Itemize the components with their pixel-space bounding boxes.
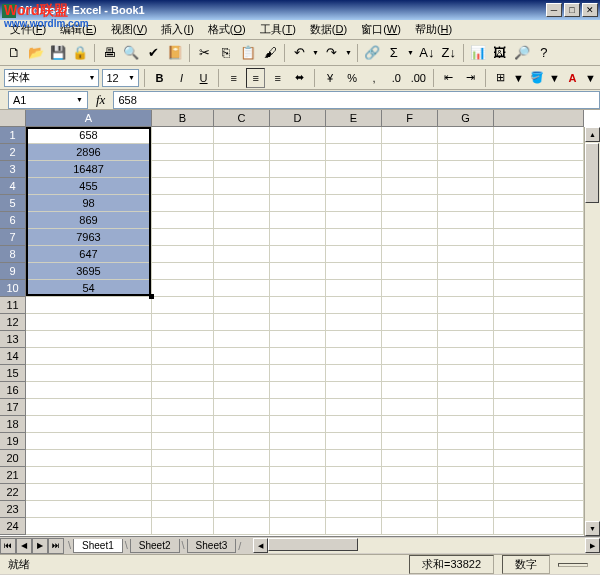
cell-F21[interactable] (382, 467, 438, 484)
menu-6[interactable]: 数据(D) (304, 20, 353, 39)
cell-E7[interactable] (326, 229, 382, 246)
cell-E6[interactable] (326, 212, 382, 229)
cell-B5[interactable] (152, 195, 214, 212)
cell-E24[interactable] (326, 518, 382, 535)
undo-dropdown[interactable]: ▼ (311, 49, 320, 56)
cell-E15[interactable] (326, 365, 382, 382)
cell-F3[interactable] (382, 161, 438, 178)
cell-G18[interactable] (438, 416, 494, 433)
cell-D3[interactable] (270, 161, 326, 178)
align-left-icon[interactable]: ≡ (224, 68, 243, 88)
row-header-7[interactable]: 7 (0, 229, 26, 246)
menu-0[interactable]: 文件(F) (4, 20, 52, 39)
cell-E8[interactable] (326, 246, 382, 263)
row-header-12[interactable]: 12 (0, 314, 26, 331)
cell-C7[interactable] (214, 229, 270, 246)
cell-D15[interactable] (270, 365, 326, 382)
inc-indent-icon[interactable]: ⇥ (461, 68, 480, 88)
drawing-icon[interactable]: 🖼 (490, 43, 510, 63)
help-icon[interactable]: ? (534, 43, 554, 63)
cell-A16[interactable] (26, 382, 152, 399)
tab-next-icon[interactable]: ▶ (32, 538, 48, 554)
cell-F18[interactable] (382, 416, 438, 433)
cell-E19[interactable] (326, 433, 382, 450)
cell-E3[interactable] (326, 161, 382, 178)
cell-C14[interactable] (214, 348, 270, 365)
cell-D11[interactable] (270, 297, 326, 314)
open-icon[interactable]: 📂 (26, 43, 46, 63)
cell-G6[interactable] (438, 212, 494, 229)
row-header-4[interactable]: 4 (0, 178, 26, 195)
cell-B6[interactable] (152, 212, 214, 229)
font-color-icon[interactable]: A (563, 68, 582, 88)
cell-F17[interactable] (382, 399, 438, 416)
cell-E12[interactable] (326, 314, 382, 331)
cell-E22[interactable] (326, 484, 382, 501)
cell-B10[interactable] (152, 280, 214, 297)
cell-G22[interactable] (438, 484, 494, 501)
font-name-select[interactable]: 宋体▼ (4, 69, 99, 87)
align-right-icon[interactable]: ≡ (268, 68, 287, 88)
row-header-23[interactable]: 23 (0, 501, 26, 518)
cell-E11[interactable] (326, 297, 382, 314)
preview-icon[interactable]: 🔍 (121, 43, 141, 63)
close-button[interactable]: ✕ (582, 3, 598, 17)
cell-C2[interactable] (214, 144, 270, 161)
scroll-thumb[interactable] (585, 143, 599, 203)
row-header-3[interactable]: 3 (0, 161, 26, 178)
merge-icon[interactable]: ⬌ (290, 68, 309, 88)
sheet-tab-Sheet3[interactable]: Sheet3 (187, 539, 237, 553)
cell-E18[interactable] (326, 416, 382, 433)
menu-8[interactable]: 帮助(H) (409, 20, 458, 39)
cell-B4[interactable] (152, 178, 214, 195)
col-header-D[interactable]: D (270, 110, 326, 127)
cell-G5[interactable] (438, 195, 494, 212)
row-header-16[interactable]: 16 (0, 382, 26, 399)
row-header-24[interactable]: 24 (0, 518, 26, 535)
cell-G11[interactable] (438, 297, 494, 314)
cell-D18[interactable] (270, 416, 326, 433)
comma-icon[interactable]: , (365, 68, 384, 88)
cell-A7[interactable]: 7963 (26, 229, 152, 246)
permission-icon[interactable]: 🔒 (70, 43, 90, 63)
percent-icon[interactable]: % (343, 68, 362, 88)
cell-B18[interactable] (152, 416, 214, 433)
row-header-5[interactable]: 5 (0, 195, 26, 212)
cell-B16[interactable] (152, 382, 214, 399)
cell-E9[interactable] (326, 263, 382, 280)
cell-B1[interactable] (152, 127, 214, 144)
cell-A5[interactable]: 98 (26, 195, 152, 212)
cell-E13[interactable] (326, 331, 382, 348)
row-header-19[interactable]: 19 (0, 433, 26, 450)
cell-A20[interactable] (26, 450, 152, 467)
cell-D8[interactable] (270, 246, 326, 263)
cell-C16[interactable] (214, 382, 270, 399)
autosum-dropdown[interactable]: ▼ (406, 49, 415, 56)
row-header-11[interactable]: 11 (0, 297, 26, 314)
maximize-button[interactable]: □ (564, 3, 580, 17)
cell-C10[interactable] (214, 280, 270, 297)
cell-G24[interactable] (438, 518, 494, 535)
format-painter-icon[interactable]: 🖌 (260, 43, 280, 63)
undo-icon[interactable]: ↶ (289, 43, 309, 63)
select-all-corner[interactable] (0, 110, 26, 127)
cell-E23[interactable] (326, 501, 382, 518)
cell-A12[interactable] (26, 314, 152, 331)
cell-A19[interactable] (26, 433, 152, 450)
print-icon[interactable]: 🖶 (99, 43, 119, 63)
cell-G8[interactable] (438, 246, 494, 263)
cell-E1[interactable] (326, 127, 382, 144)
cell-G9[interactable] (438, 263, 494, 280)
cell-B7[interactable] (152, 229, 214, 246)
cell-C21[interactable] (214, 467, 270, 484)
menu-4[interactable]: 格式(O) (202, 20, 252, 39)
cell-E17[interactable] (326, 399, 382, 416)
cell-G19[interactable] (438, 433, 494, 450)
col-header-E[interactable]: E (326, 110, 382, 127)
row-header-6[interactable]: 6 (0, 212, 26, 229)
cell-G12[interactable] (438, 314, 494, 331)
cell-C6[interactable] (214, 212, 270, 229)
name-box[interactable]: A1▼ (8, 91, 88, 109)
row-header-14[interactable]: 14 (0, 348, 26, 365)
redo-icon[interactable]: ↷ (322, 43, 342, 63)
